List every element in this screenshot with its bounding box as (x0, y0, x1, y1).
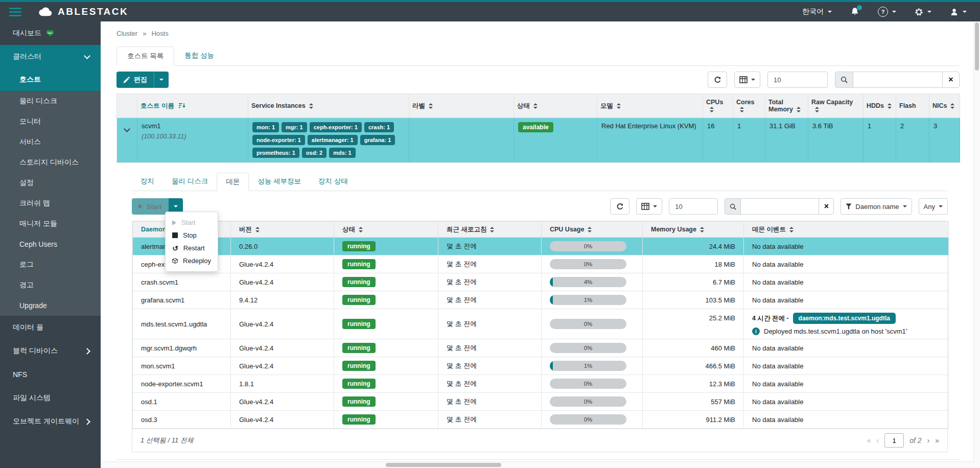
sidebar-item-storage-devices[interactable]: 스토리지 디바이스 (0, 152, 101, 173)
sidebar-item-logs[interactable]: 로그 (0, 254, 101, 275)
row-expander[interactable] (117, 118, 137, 162)
sidebar-item-pools[interactable]: 데이터 풀 (0, 316, 101, 339)
column-header-version[interactable]: 버전 (231, 222, 334, 238)
menu-toggle-button[interactable] (8, 7, 22, 17)
refresh-button[interactable] (708, 72, 727, 88)
sidebar-item-nfs[interactable]: NFS (0, 363, 101, 386)
column-header-status[interactable]: 상태 (514, 94, 597, 118)
daemon-page-size-input[interactable] (669, 198, 718, 215)
daemon-row[interactable]: ceph-exporter.scvm1 Glue-v4.2.4 running … (133, 255, 949, 273)
daemon-search-input[interactable] (741, 198, 819, 215)
sidebar-item-dashboard[interactable]: 대시보드 (0, 21, 101, 45)
column-header-raw-capacity[interactable]: Raw Capacity (808, 94, 864, 118)
daemon-row[interactable]: osd.3 Glue-v4.2.4 running 몇 초 전에 0% 911.… (133, 411, 949, 429)
tab-device-health[interactable]: 장치 상태 (310, 173, 357, 191)
daemon-clear-search-button[interactable]: × (819, 198, 834, 215)
sidebar-item-manager-modules[interactable]: 매니저 모듈 (0, 214, 101, 234)
sidebar-item-file-systems[interactable]: 파일 시스템 (0, 386, 101, 410)
sort-icon (533, 103, 538, 109)
breadcrumb-parent[interactable]: Cluster (116, 30, 137, 37)
first-page-button[interactable]: « (867, 436, 871, 444)
sidebar-item-ceph-users[interactable]: Ceph Users (0, 234, 101, 254)
breadcrumb: Cluster » Hosts (101, 21, 980, 37)
column-header-labels[interactable]: 라벨 (409, 94, 514, 118)
edit-button[interactable]: 편집 (116, 72, 154, 88)
columns-button[interactable] (734, 72, 760, 88)
next-page-button[interactable]: › (927, 436, 930, 444)
total-memory-cell: 31.1 GiB (765, 118, 808, 162)
tab-overall-performance[interactable]: 통합 성능 (174, 46, 224, 66)
menu-item-redeploy[interactable]: Redeploy (166, 254, 218, 267)
filter-field-button[interactable]: Daemon name (841, 198, 912, 215)
tab-devices[interactable]: 장치 (132, 173, 163, 191)
previous-page-button[interactable]: ‹ (877, 436, 879, 444)
service-badge: prometheus: 1 (252, 148, 299, 158)
sidebar-item-crush-map[interactable]: 크러쉬 맵 (0, 193, 101, 214)
edit-dropdown-toggle[interactable] (154, 72, 169, 88)
help-menu[interactable]: ? (878, 7, 896, 17)
column-header-hdds[interactable]: HDDs (864, 94, 896, 118)
sidebar-item-physical-disks[interactable]: 물리 디스크 (0, 91, 101, 111)
daemon-row[interactable]: node-exporter.scvm1 1.8.1 running 몇 초 전에… (133, 375, 949, 393)
vertical-scrollbar-thumb[interactable] (975, 22, 979, 71)
daemon-row[interactable]: grafana.scvm1 9.4.12 running 몇 초 전에 1% 1… (133, 291, 949, 309)
horizontal-scrollbar-thumb[interactable] (386, 463, 501, 467)
column-header-memory-usage[interactable]: Memory Usage (643, 222, 744, 238)
column-header-nics[interactable]: NICs (929, 94, 960, 118)
daemon-row[interactable]: crash.scvm1 Glue-v4.2.4 running 몇 초 전에 4… (133, 273, 949, 291)
daemon-row[interactable]: alertmanager.scvm1 0.26.0 running 몇 초 전에… (133, 238, 949, 255)
column-header-last-refreshed[interactable]: 최근 새로고침 (438, 222, 542, 238)
daemon-row[interactable]: mon.scvm1 Glue-v4.2.4 running 몇 초 전에 1% … (133, 357, 949, 375)
menu-item-stop[interactable]: Stop (166, 229, 218, 242)
sidebar-item-hosts[interactable]: 호스트 (0, 68, 101, 91)
last-page-button[interactable]: » (935, 436, 939, 444)
column-header-cpu-usage[interactable]: CPU Usage (542, 222, 643, 238)
user-menu[interactable] (950, 8, 967, 16)
sidebar-item-alerts[interactable]: 경고 (0, 275, 101, 295)
column-header-total-memory[interactable]: Total Memory (765, 94, 808, 118)
chevron-down-icon (174, 205, 178, 207)
settings-menu[interactable] (915, 8, 931, 16)
start-button[interactable]: Start (132, 198, 169, 215)
column-header-flash[interactable]: Flash (896, 94, 929, 118)
daemon-row-mds[interactable]: mds.test.scvm1.ugdtla Glue-v4.2.4 runnin… (133, 309, 949, 339)
sidebar-item-upgrade[interactable]: Upgrade (0, 295, 101, 316)
column-header-services[interactable]: Service Instances (248, 94, 409, 118)
tab-daemons[interactable]: 데몬 (217, 173, 249, 191)
column-header-cpus[interactable]: CPUs (703, 94, 733, 118)
sidebar-item-monitors[interactable]: 모니터 (0, 111, 101, 132)
page-number-input[interactable] (884, 433, 904, 448)
menu-item-start[interactable]: Start (166, 216, 218, 229)
sidebar-item-block-devices[interactable]: 블럭 디바이스 (0, 339, 101, 363)
menu-item-restart[interactable]: ↺ Restart (166, 242, 218, 254)
vertical-scrollbar[interactable] (973, 21, 980, 468)
daemon-row[interactable]: osd.1 Glue-v4.2.4 running 몇 초 전에 0% 557 … (133, 393, 949, 411)
sidebar-item-configuration[interactable]: 설정 (0, 173, 101, 193)
sidebar-item-object-gateway[interactable]: 오브젝트 게이트웨이 (0, 410, 101, 433)
tab-physical-disks[interactable]: 물리 디스크 (163, 173, 217, 191)
sidebar-item-cluster[interactable]: 클러스터 (0, 45, 101, 68)
column-header-daemon-events[interactable]: 데몬 이벤트 (744, 222, 949, 238)
daemon-row[interactable]: mgr.scvm1.dgwqrh Glue-v4.2.4 running 몇 초… (133, 339, 949, 357)
column-header-cores[interactable]: Cores (733, 94, 765, 118)
sort-icon (815, 107, 819, 112)
page-size-input[interactable] (767, 72, 828, 88)
daemon-refresh-button[interactable] (610, 198, 629, 215)
language-menu[interactable]: 한국어 (802, 7, 832, 16)
column-header-daemon-status[interactable]: 상태 (334, 222, 438, 238)
host-table-row[interactable]: scvm1 (100.100.33.11) mon: 1 mgr: 1 ceph… (117, 118, 960, 162)
column-header-hostname[interactable]: 호스트 이름 (137, 94, 248, 118)
cpu-usage-bar: 4% (550, 277, 626, 287)
horizontal-scrollbar[interactable] (101, 461, 974, 468)
clear-search-button[interactable]: × (942, 72, 960, 88)
notifications-button[interactable] (850, 7, 859, 16)
brand-logo[interactable]: ABLESTACK (38, 6, 128, 17)
column-header-model[interactable]: 모델 (597, 94, 703, 118)
host-search-input[interactable] (853, 72, 942, 88)
filter-value-button[interactable]: Any (919, 198, 948, 215)
tab-host-list[interactable]: 호스트 목록 (116, 46, 174, 66)
daemon-columns-button[interactable] (636, 198, 662, 215)
sidebar-item-services[interactable]: 서비스 (0, 132, 101, 152)
tab-performance-details[interactable]: 성능 세부정보 (249, 173, 310, 191)
cores-cell: 1 (733, 118, 765, 162)
